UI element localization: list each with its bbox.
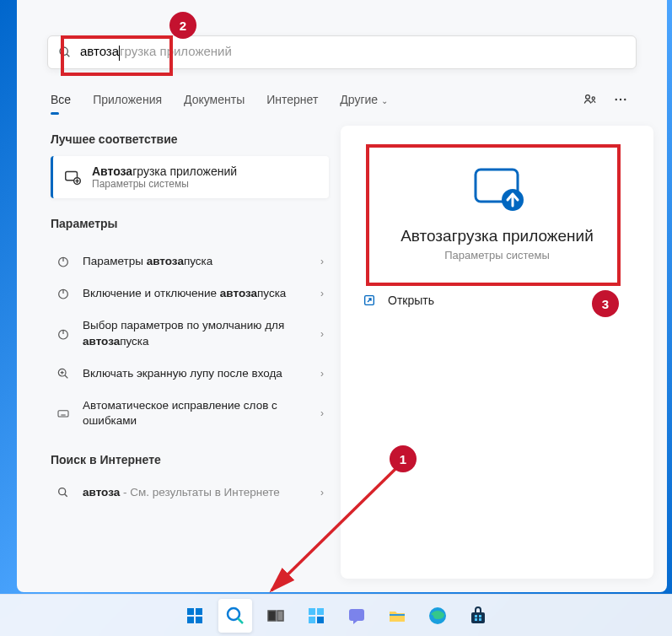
taskbar-chat[interactable] xyxy=(340,599,374,633)
svg-rect-37 xyxy=(309,608,315,615)
web-search-text: автоза - См. результаты в Интернете xyxy=(83,485,309,500)
search-suggestion: грузка приложений xyxy=(120,44,232,58)
settings-list: Параметры автозапуска›Включение и отключ… xyxy=(51,245,329,438)
right-column: Автозагрузка приложений Параметры систем… xyxy=(341,126,653,579)
svg-rect-40 xyxy=(317,617,324,623)
svg-rect-48 xyxy=(479,618,481,621)
svg-point-4 xyxy=(616,99,617,100)
tab-web[interactable]: Интернет xyxy=(266,86,318,113)
tab-apps[interactable]: Приложения xyxy=(93,86,162,113)
setting-item[interactable]: Выбор параметров по умолчанию для автоза… xyxy=(51,310,329,357)
preview-card: Автозагрузка приложений Параметры систем… xyxy=(341,126,653,579)
taskbar-store[interactable] xyxy=(461,599,495,633)
best-match-title: Автозагрузка приложений xyxy=(92,164,237,178)
search-panel: автозагрузка приложений Все Приложения Д… xyxy=(17,0,667,592)
magnifier-plus-icon xyxy=(56,366,71,381)
taskbar-explorer[interactable] xyxy=(380,599,414,633)
svg-rect-47 xyxy=(475,618,477,621)
settings-label: Параметры xyxy=(51,217,329,230)
svg-rect-44 xyxy=(471,612,485,623)
svg-point-33 xyxy=(228,608,239,620)
taskbar-search[interactable] xyxy=(218,599,252,633)
chevron-right-icon: › xyxy=(320,368,324,380)
taskbar-edge[interactable] xyxy=(421,599,454,633)
best-match-item[interactable]: Автозагрузка приложений Параметры систем… xyxy=(51,156,329,198)
chevron-right-icon: › xyxy=(320,328,324,340)
svg-rect-35 xyxy=(268,611,276,621)
tab-docs[interactable]: Документы xyxy=(184,86,245,113)
startup-apps-icon xyxy=(63,168,82,186)
chevron-right-icon: › xyxy=(320,256,324,267)
open-icon xyxy=(363,294,376,307)
taskbar-widgets[interactable] xyxy=(299,599,333,633)
setting-text: Автоматическое исправление слов с ошибка… xyxy=(83,398,309,428)
chevron-right-icon: › xyxy=(320,487,324,499)
svg-rect-45 xyxy=(475,615,477,617)
svg-line-34 xyxy=(238,618,243,623)
power-icon xyxy=(56,286,71,301)
svg-rect-19 xyxy=(58,411,68,417)
svg-rect-39 xyxy=(309,617,315,623)
account-icon[interactable] xyxy=(578,87,603,112)
setting-item[interactable]: Включение и отключение автозапуска› xyxy=(51,278,329,310)
svg-rect-38 xyxy=(317,608,324,615)
svg-point-5 xyxy=(620,99,621,100)
svg-point-0 xyxy=(60,47,67,55)
search-text: автозагрузка приложений xyxy=(80,44,232,60)
svg-line-16 xyxy=(65,375,67,378)
svg-rect-41 xyxy=(349,609,364,621)
svg-line-25 xyxy=(65,493,67,496)
setting-text: Включать экранную лупу после входа xyxy=(83,366,309,381)
chevron-right-icon: › xyxy=(320,288,324,299)
setting-text: Параметры автозапуска xyxy=(83,254,309,269)
more-options-icon[interactable] xyxy=(608,87,633,112)
tab-all[interactable]: Все xyxy=(51,86,71,113)
tab-more-label: Другие xyxy=(340,93,378,106)
setting-text: Включение и отключение автозапуска xyxy=(83,286,309,301)
open-action[interactable]: Открыть xyxy=(356,282,638,319)
web-search-label: Поиск в Интернете xyxy=(51,453,329,466)
setting-text: Выбор параметров по умолчанию для автоза… xyxy=(83,318,309,348)
startup-apps-large-icon xyxy=(470,166,524,212)
best-match-subtitle: Параметры системы xyxy=(92,178,237,190)
search-icon xyxy=(56,485,71,500)
power-icon xyxy=(56,326,71,342)
svg-line-1 xyxy=(67,54,69,57)
preview-box: Автозагрузка приложений Параметры систем… xyxy=(356,141,638,282)
tab-more[interactable]: Другие⌄ xyxy=(340,86,388,113)
preview-title: Автозагрузка приложений xyxy=(364,227,630,245)
taskbar-taskview[interactable] xyxy=(259,599,293,633)
svg-rect-31 xyxy=(187,617,194,623)
taskbar xyxy=(0,594,672,636)
search-icon xyxy=(58,46,72,59)
search-bar-container: автозагрузка приложений xyxy=(17,0,667,69)
svg-rect-32 xyxy=(196,617,202,623)
svg-rect-29 xyxy=(187,608,194,615)
keyboard-icon xyxy=(56,406,71,421)
power-icon xyxy=(56,254,71,269)
svg-rect-46 xyxy=(479,615,481,617)
setting-item[interactable]: Включать экранную лупу после входа› xyxy=(51,358,329,390)
left-column: Лучшее соответствие Автозагрузка приложе… xyxy=(51,126,329,579)
svg-point-3 xyxy=(592,97,594,100)
svg-rect-36 xyxy=(277,611,283,621)
content-row: Лучшее соответствие Автозагрузка приложе… xyxy=(17,114,667,592)
search-typed: автоза xyxy=(80,44,119,58)
open-label: Открыть xyxy=(388,294,434,307)
web-search-item[interactable]: автоза - См. результаты в Интернете › xyxy=(51,477,329,509)
chevron-down-icon: ⌄ xyxy=(381,96,388,105)
svg-point-6 xyxy=(624,99,626,100)
setting-item[interactable]: Автоматическое исправление слов с ошибка… xyxy=(51,390,329,437)
preview-subtitle: Параметры системы xyxy=(364,249,630,261)
svg-point-2 xyxy=(586,95,590,100)
svg-rect-42 xyxy=(390,614,405,616)
svg-point-24 xyxy=(59,488,66,494)
taskbar-start[interactable] xyxy=(178,599,212,633)
svg-rect-30 xyxy=(196,608,202,615)
chevron-right-icon: › xyxy=(320,407,324,419)
search-input[interactable]: автозагрузка приложений xyxy=(47,35,637,69)
tabs-row: Все Приложения Документы Интернет Другие… xyxy=(17,86,667,114)
best-match-label: Лучшее соответствие xyxy=(51,132,329,146)
setting-item[interactable]: Параметры автозапуска› xyxy=(51,245,329,278)
